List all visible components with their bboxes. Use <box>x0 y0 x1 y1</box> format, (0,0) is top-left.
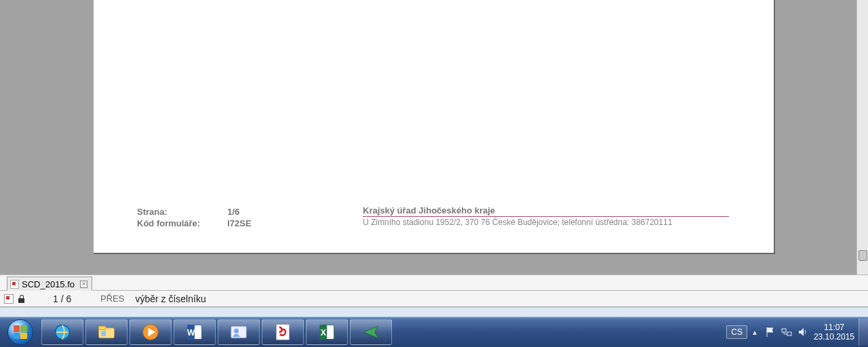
org-address: U Zimního stadionu 1952/2, 370 76 České … <box>363 218 729 227</box>
windows-logo-icon <box>7 319 33 345</box>
document-filename: SCD_2015.fo <box>22 279 75 289</box>
language-indicator[interactable]: CS <box>726 325 747 339</box>
field-description: výběr z číselníku <box>135 293 205 304</box>
status-bar: 1 / 6 PŘES výběr z číselníku <box>0 291 868 307</box>
volume-icon[interactable] <box>797 327 808 338</box>
window-gap <box>0 307 868 317</box>
page-label: Strana: <box>137 207 205 217</box>
taskbar-items: W X <box>41 317 392 347</box>
svg-rect-17 <box>787 332 791 335</box>
svg-text:X: X <box>321 328 327 338</box>
svg-marker-15 <box>364 326 378 338</box>
editor-viewport: Strana: 1/6 Kód formuláře: I72SE Krajský… <box>0 0 868 274</box>
status-doc-icon <box>4 294 14 304</box>
footer-right: Krajský úřad Jihočeského kraje U Zimního… <box>363 205 729 227</box>
document-icon <box>10 280 19 289</box>
taskbar-form-app[interactable] <box>350 319 392 345</box>
start-button[interactable] <box>1 317 39 347</box>
svg-rect-2 <box>99 326 106 329</box>
svg-rect-3 <box>101 331 106 336</box>
svg-text:W: W <box>187 328 195 338</box>
scroll-thumb[interactable] <box>859 250 867 261</box>
insert-mode[interactable]: PŘES <box>100 293 124 304</box>
document-tab-strip: SCD_2015.fo × <box>0 274 868 291</box>
network-icon[interactable] <box>781 327 792 338</box>
document-page: Strana: 1/6 Kód formuláře: I72SE Krajský… <box>94 0 775 254</box>
page-value: 1/6 <box>207 207 256 217</box>
svg-rect-16 <box>782 329 786 332</box>
tab-close-button[interactable]: × <box>80 281 87 288</box>
taskbar-file-explorer[interactable] <box>85 319 127 345</box>
clock-time: 11:07 <box>814 323 854 332</box>
form-code-label: Kód formuláře: <box>137 218 205 228</box>
clock[interactable]: 11:07 23.10.2015 <box>814 323 854 342</box>
lock-icon <box>18 295 26 303</box>
taskbar-contacts[interactable] <box>218 319 260 345</box>
taskbar-internet-explorer[interactable] <box>41 319 83 345</box>
vertical-scrollbar[interactable] <box>856 0 868 274</box>
svg-rect-11 <box>276 325 289 340</box>
svg-marker-18 <box>799 328 804 336</box>
show-desktop-button[interactable] <box>859 319 868 346</box>
svg-point-10 <box>234 329 239 333</box>
flag-icon[interactable] <box>765 327 776 338</box>
page-canvas[interactable]: Strana: 1/6 Kód formuláře: I72SE Krajský… <box>7 0 854 274</box>
taskbar-excel[interactable]: X <box>306 319 348 345</box>
footer-left: Strana: 1/6 Kód formuláře: I72SE <box>136 205 258 230</box>
system-tray: CS ▲ 11:07 23.10.2015 <box>726 317 868 347</box>
clock-date: 23.10.2015 <box>814 332 854 342</box>
page-counter: 1 / 6 <box>53 293 80 304</box>
taskbar-word[interactable]: W <box>174 319 216 345</box>
taskbar-media-player[interactable] <box>130 319 172 345</box>
taskbar: W X CS ▲ 11:07 23.10.2015 <box>0 317 868 347</box>
document-tab[interactable]: SCD_2015.fo × <box>7 277 92 291</box>
form-code-value: I72SE <box>207 218 256 228</box>
taskbar-adobe-reader[interactable] <box>262 319 304 345</box>
tray-overflow-icon[interactable]: ▲ <box>751 329 758 336</box>
org-name: Krajský úřad Jihočeského kraje <box>363 205 729 217</box>
